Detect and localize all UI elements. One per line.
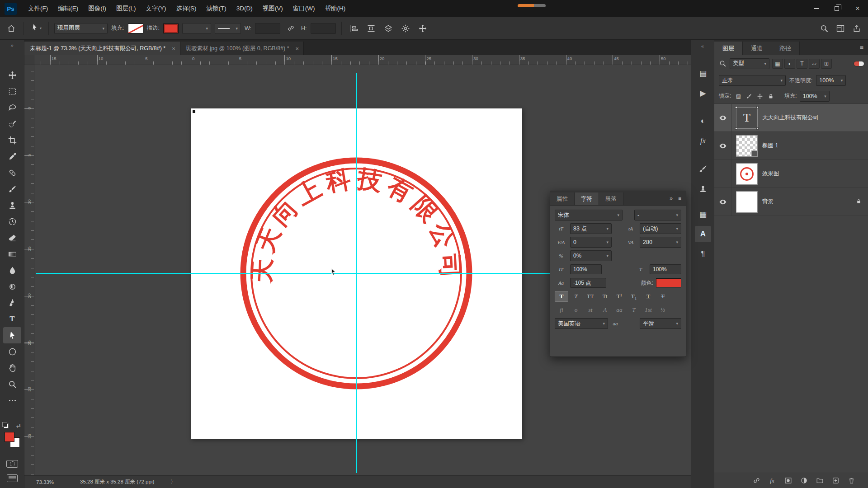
strikethrough-button[interactable]: T	[656, 291, 670, 302]
language-dropdown[interactable]: 美国英语▾	[555, 318, 608, 329]
layer-style-icon[interactable]: fx	[767, 476, 777, 486]
add-layer-mask-icon[interactable]	[783, 476, 793, 486]
move-tool[interactable]	[3, 67, 21, 83]
superscript-button[interactable]: T¹	[613, 291, 626, 302]
align-icon[interactable]	[347, 22, 361, 35]
proportional-spacing-dropdown[interactable]: 0%▾	[570, 250, 612, 261]
lock-transparent-pixels-icon[interactable]: ▨	[734, 92, 743, 101]
dock-expander-icon[interactable]: «	[691, 43, 714, 49]
eraser-tool[interactable]	[3, 230, 21, 246]
type-tool[interactable]: T	[3, 311, 21, 327]
font-size-dropdown[interactable]: 83 点▾	[570, 223, 612, 234]
panel-tab-图层[interactable]: 图层	[714, 42, 743, 55]
search-icon[interactable]	[817, 22, 831, 35]
share-icon[interactable]	[850, 22, 863, 35]
paragraph-panel-icon[interactable]: ¶	[695, 246, 711, 262]
stylistic-alternates-button[interactable]: aa	[613, 305, 626, 315]
layer-visibility-eye-icon[interactable]	[714, 188, 731, 216]
eyedropper-tool[interactable]	[3, 148, 21, 164]
brush-tool[interactable]	[3, 181, 21, 197]
menu-窗口(W)[interactable]: 窗口(W)	[288, 0, 320, 17]
panel-tab-通道[interactable]: 通道	[743, 42, 771, 55]
layer-row[interactable]: 背景	[714, 188, 868, 216]
lasso-tool[interactable]	[3, 99, 21, 116]
dodge-tool[interactable]	[3, 278, 21, 295]
contextual-alternates-button[interactable]: o	[569, 305, 583, 315]
vertical-scale-input[interactable]: 100%	[570, 264, 602, 274]
panel-tab-路径[interactable]: 路径	[771, 42, 800, 55]
zoom-level[interactable]: 73.33%	[36, 479, 54, 485]
ordinals-button[interactable]: 1st	[642, 305, 655, 315]
horizontal-scale-input[interactable]: 100%	[650, 264, 681, 274]
width-input[interactable]	[255, 23, 280, 34]
tracking-dropdown[interactable]: 280▾	[640, 237, 681, 248]
faux-bold-button[interactable]: T	[555, 291, 568, 302]
home-icon[interactable]	[5, 22, 18, 35]
new-group-icon[interactable]	[815, 476, 825, 486]
ruler-corner[interactable]	[24, 55, 34, 65]
marquee-tool[interactable]	[3, 83, 21, 99]
gear-icon[interactable]	[399, 22, 412, 35]
close-button[interactable]: ×	[847, 0, 868, 17]
small-caps-button[interactable]: Tt	[598, 291, 612, 302]
delete-layer-icon[interactable]	[846, 476, 856, 486]
layer-row[interactable]: 椭圆 1	[714, 132, 868, 160]
layer-thumbnail[interactable]	[736, 191, 758, 213]
brush-settings-panel-icon[interactable]	[695, 161, 711, 177]
layer-filter-dropdown[interactable]: 类型▾	[730, 58, 769, 69]
constrain-icon[interactable]	[416, 22, 429, 35]
fill-opacity-dropdown[interactable]: 100%▾	[800, 91, 830, 102]
menu-帮助(H)[interactable]: 帮助(H)	[320, 0, 350, 17]
new-adjustment-layer-icon[interactable]	[799, 476, 809, 486]
char-panel-tab-字符[interactable]: 字符	[575, 192, 599, 205]
swash-button[interactable]: A	[598, 305, 612, 315]
menu-编辑(E)[interactable]: 编辑(E)	[53, 0, 83, 17]
all-caps-button[interactable]: TT	[584, 291, 597, 302]
height-input[interactable]	[311, 23, 336, 34]
minimize-button[interactable]	[806, 0, 826, 17]
edit-toolbar[interactable]	[3, 392, 21, 408]
healing-brush-tool[interactable]	[3, 164, 21, 181]
gradient-tool[interactable]	[3, 246, 21, 262]
panel-menu-icon[interactable]: ≡	[860, 44, 863, 51]
filter-shape-layers-icon[interactable]: ▱	[809, 59, 820, 69]
crop-tool[interactable]	[3, 132, 21, 148]
pen-tool[interactable]	[3, 295, 21, 311]
document-tab[interactable]: 未标题-1 @ 73.3% (天天向上科技有限公司, RGB/8#) *×	[24, 42, 180, 55]
history-panel-icon[interactable]: ▤	[695, 65, 711, 81]
document-tab[interactable]: 斑驳素材.jpg @ 100% (图层 0, RGB/8#) *×	[180, 42, 304, 55]
toolbar-expander-icon[interactable]: »	[0, 42, 24, 48]
lock-image-pixels-icon[interactable]	[745, 92, 754, 101]
patterns-panel-icon[interactable]: ▦	[695, 206, 711, 222]
menu-文件(F)[interactable]: 文件(F)	[23, 0, 53, 17]
text-color-swatch[interactable]	[656, 278, 681, 287]
layer-row[interactable]: T天天向上科技有限公司	[714, 104, 868, 132]
filter-smart-objects-icon[interactable]: ⊞	[821, 59, 832, 69]
blend-mode-dropdown[interactable]: 正常▾	[719, 75, 786, 86]
underline-button[interactable]: T	[642, 291, 655, 302]
lock-all-icon[interactable]	[766, 92, 775, 101]
ellipse-tool[interactable]	[3, 343, 21, 360]
layer-row[interactable]: 效果图	[714, 160, 868, 188]
stroke-swatch[interactable]	[163, 23, 179, 33]
screen-mode-icon[interactable]	[7, 474, 18, 482]
menu-图层(L)[interactable]: 图层(L)	[111, 0, 141, 17]
menu-图像(I)[interactable]: 图像(I)	[83, 0, 111, 17]
zoom-tool[interactable]	[3, 376, 21, 392]
font-family-dropdown[interactable]: 宋体▾	[555, 210, 623, 221]
quick-mask-icon[interactable]	[6, 460, 18, 468]
current-tool-icon[interactable]: ▾	[29, 23, 43, 33]
layer-thumbnail[interactable]: T	[736, 107, 758, 129]
menu-滤镜(T)[interactable]: 滤镜(T)	[202, 0, 231, 17]
clone-stamp-tool[interactable]	[3, 197, 21, 213]
filter-pixel-layers-icon[interactable]: ▦	[772, 59, 783, 69]
panel-collapse-icon[interactable]: »	[670, 195, 673, 202]
status-chevron-icon[interactable]: 〉	[170, 479, 176, 485]
ruler-horizontal[interactable]: 1510505101520253035404550	[34, 55, 691, 65]
char-panel-tab-属性[interactable]: 属性	[550, 192, 575, 205]
arrange-icon[interactable]	[382, 22, 395, 35]
quick-selection-tool[interactable]	[3, 116, 21, 132]
menu-文字(Y)[interactable]: 文字(Y)	[141, 0, 171, 17]
character-panel-icon[interactable]: A	[695, 226, 711, 242]
link-dimensions-icon[interactable]	[284, 22, 297, 35]
